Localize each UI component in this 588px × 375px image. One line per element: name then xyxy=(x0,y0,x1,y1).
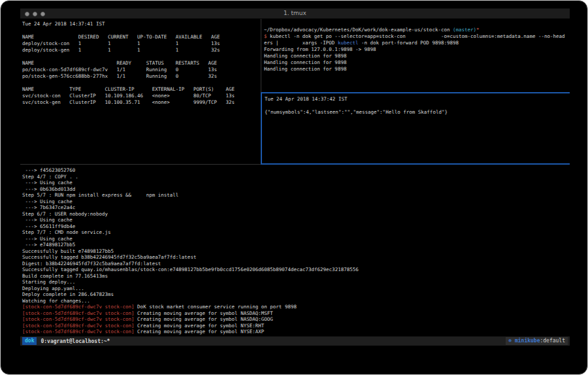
terminal-line: NAME TYPE CLUSTER-IP EXTERNAL-IP PORT(S)… xyxy=(22,86,261,93)
session-name-badge[interactable]: dok xyxy=(22,337,37,345)
tmux-content: Tue 24 Apr 2018 14:37:41 IST NAME DESIRE… xyxy=(20,19,570,336)
terminal-line: ---> Using cache xyxy=(22,180,570,186)
terminal-line: ---> f45623052760 xyxy=(22,167,570,174)
pane-kubectl-watch[interactable]: Tue 24 Apr 2018 14:37:41 IST NAME DESIRE… xyxy=(20,19,261,164)
terminal-line: Deploy complete in 286.647823ms xyxy=(22,291,570,298)
terminal-line: Deploying app.yaml... xyxy=(22,285,570,292)
terminal-line xyxy=(22,27,261,34)
kube-context: minikube xyxy=(515,338,540,344)
window-title: 1. tmux xyxy=(20,10,570,16)
terminal-line: Step 7/7 : CMD node service.js xyxy=(22,229,570,236)
terminal-line: ~/Dropbox/advocacy/Kubernetes/DoK/work/d… xyxy=(264,27,570,33)
terminal-line: Tue 24 Apr 2018 14:37:42 IST xyxy=(265,96,570,103)
terminal-line: ---> 0b636bd013dd xyxy=(22,186,570,193)
terminal-line: ---> e74898127bb5 xyxy=(22,242,570,248)
terminal-line: ---> Using cache xyxy=(22,217,570,223)
status-right: ☸ minikube:default xyxy=(506,337,568,345)
terminal-line: Handling connection for 9898 xyxy=(264,53,570,59)
terminal-line: Starting deploy... xyxy=(22,279,570,285)
terminal-line: Watching for changes... xyxy=(22,298,570,304)
terminal-line: svc/stock-con ClusterIP 10.109.186.46 <n… xyxy=(22,93,261,99)
terminal-line: [stock-con-5d7df689cf-dwc7v stock-con] C… xyxy=(22,329,570,335)
terminal-line: $ kubectl -n dok get po --selector=app=s… xyxy=(264,33,570,40)
pane-divider-vertical-top[interactable] xyxy=(261,19,261,92)
terminal-line: ---> 65611ff9db4e xyxy=(22,223,570,230)
terminal-line: ---> 7b6347ce2a4c xyxy=(22,204,570,211)
terminal-line: Step 6/7 : USER nobody:nobody xyxy=(22,211,570,218)
terminal-line: NAME READY STATUS RESTARTS AGE xyxy=(22,60,261,67)
pane-port-forward[interactable]: ~/Dropbox/advocacy/Kubernetes/DoK/work/d… xyxy=(262,19,570,92)
terminal-line: Step 4/7 : COPY . . xyxy=(22,174,570,180)
terminal-line: Successfully tagged quay.io/mhausenblas/… xyxy=(22,267,570,273)
terminal-line: Forwarding from 127.0.0.1:9898 -> 9898 xyxy=(264,46,570,53)
terminal-line: po/stock-con-5d7df689cf-dwc7v 1/1 Runnin… xyxy=(22,67,261,73)
terminal-line: Build complete in 77.165413ms xyxy=(22,273,570,280)
terminal-window: 1. tmux Tue 24 Apr 2018 14:37:41 IST NAM… xyxy=(20,8,570,346)
terminal-line: NAME DESIRED CURRENT UP-TO-DATE AVAILABL… xyxy=(22,34,261,41)
terminal-line: Handling connection for 9898 xyxy=(264,59,570,66)
terminal-line: Successfully tagged b38b42246945fd7f32c5… xyxy=(22,254,570,261)
terminal-line: [stock-con-5d7df689cf-dwc7v stock-con] C… xyxy=(22,323,570,329)
terminal-line: Step 5/7 : RUN npm install express && np… xyxy=(22,192,570,199)
terminal-line: ers | xargs -IPOD kubectl -n dok port-fo… xyxy=(264,40,570,46)
terminal-line: [stock-con-5d7df689cf-dwc7v stock-con] C… xyxy=(22,310,570,317)
pane-divider-right-middle[interactable] xyxy=(261,92,570,93)
terminal-line: [stock-con-5d7df689cf-dwc7v stock-con] C… xyxy=(22,316,570,323)
terminal-line: svc/stock-gen ClusterIP 10.100.35.71 <no… xyxy=(22,99,261,106)
kube-namespace: :default xyxy=(540,338,565,344)
screenshot-canvas: 1. tmux Tue 24 Apr 2018 14:37:41 IST NAM… xyxy=(0,0,588,375)
tmux-status-bar: dok 0:vagrant@localhost:~* ☸ minikube:de… xyxy=(20,336,570,346)
terminal-line: po/stock-gen-576cc688bb-277hx 1/1 Runnin… xyxy=(22,73,261,80)
terminal-line xyxy=(22,80,261,86)
terminal-line: Successfully built e74898127bb5 xyxy=(22,248,570,255)
terminal-line: Handling connection for 9898 xyxy=(264,66,570,73)
pane-divider-main-right[interactable] xyxy=(261,163,570,165)
terminal-line: deploy/stock-gen 1 1 1 1 32s xyxy=(22,47,261,54)
terminal-line: [stock-con-5d7df689cf-dwc7v stock-con] D… xyxy=(22,304,570,310)
terminal-line: ---> Using cache xyxy=(22,199,570,205)
kubernetes-icon: ☸ xyxy=(508,338,515,344)
terminal-line xyxy=(265,103,570,109)
terminal-line: deploy/stock-con 1 1 1 1 13s xyxy=(22,41,261,47)
terminal-line xyxy=(22,54,261,60)
terminal-line: ---> Using cache xyxy=(22,236,570,242)
pane-divider-vertical-active[interactable] xyxy=(261,92,262,164)
window-titlebar: 1. tmux xyxy=(20,8,570,19)
terminal-line: {"numsymbols":4,"lastseen":"","message":… xyxy=(265,109,570,116)
pane-skaffold-build[interactable]: ---> f45623052760Step 4/7 : COPY . . ---… xyxy=(20,165,570,336)
terminal-line: Tue 24 Apr 2018 14:37:41 IST xyxy=(22,21,261,27)
window-list-item[interactable]: 0:vagrant@localhost:~* xyxy=(41,338,110,344)
pane-divider-main-left[interactable] xyxy=(20,164,261,165)
terminal-line: Digest: b38b42246945fd7f32c5ba9aea7af7fd… xyxy=(22,261,570,267)
pane-service-output[interactable]: Tue 24 Apr 2018 14:37:42 IST {"numsymbol… xyxy=(263,93,570,164)
